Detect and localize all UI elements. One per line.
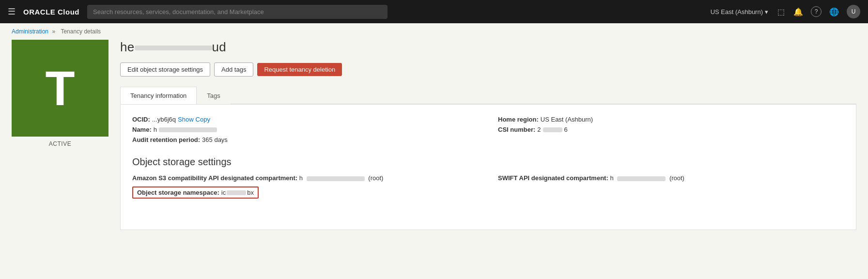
ocid-show-link[interactable]: Show — [178, 116, 194, 123]
s3-compartment-value-suffix: (root) — [368, 174, 383, 182]
hamburger-menu-icon[interactable]: ☰ — [8, 6, 16, 17]
object-storage-section: Object storage settings Amazon S3 compat… — [132, 156, 844, 199]
home-region-label: Home region: — [498, 116, 539, 123]
name-blurred — [159, 127, 217, 132]
csi-label: CSI number: — [498, 126, 535, 133]
swift-compartment-blurred — [617, 176, 666, 181]
storage-settings-grid: Amazon S3 compatibility API designated c… — [132, 174, 844, 199]
tab-tenancy-information[interactable]: Tenancy information — [120, 87, 197, 104]
s3-compartment-value-prefix: h — [299, 174, 303, 182]
tenancy-logo-letter: T — [45, 61, 75, 116]
namespace-row: Object storage namespace: ic bx — [132, 186, 479, 199]
help-icon[interactable]: ? — [811, 6, 822, 17]
tenancy-logo-box: T — [12, 40, 108, 137]
search-input[interactable] — [87, 5, 388, 19]
info-right-column: Home region: US East (Ashburn) CSI numbe… — [498, 114, 844, 145]
swift-compartment-label: SWIFT API designated compartment: — [498, 174, 608, 182]
audit-value: 365 days — [202, 136, 228, 143]
info-left-column: OCID: ...yb6j6q Show Copy Name: h Audit … — [132, 114, 479, 145]
swift-compartment-value-suffix: (root) — [669, 174, 684, 182]
namespace-highlighted-box: Object storage namespace: ic bx — [132, 186, 259, 199]
s3-compartment-blurred — [307, 176, 365, 181]
tenancy-name-blurred — [135, 46, 212, 50]
breadcrumb-current: Tenancy details — [61, 28, 101, 35]
region-label: US East (Ashburn) — [711, 8, 763, 16]
namespace-value-prefix: ic — [221, 189, 226, 196]
csi-row: CSI number: 2 6 — [498, 124, 844, 135]
globe-icon[interactable]: 🌐 — [829, 7, 839, 16]
breadcrumb-separator: » — [52, 28, 55, 35]
ocid-value: ...yb6j6q — [152, 116, 176, 123]
tenancy-name-suffix: ud — [212, 40, 227, 54]
add-tags-button[interactable]: Add tags — [214, 62, 253, 77]
breadcrumb: Administration » Tenancy details — [0, 23, 868, 40]
tabs-container: Tenancy information Tags — [120, 86, 856, 104]
audit-row: Audit retention period: 365 days — [132, 135, 479, 145]
audit-label: Audit retention period: — [132, 136, 200, 143]
namespace-label: Object storage namespace: — [137, 189, 219, 196]
oracle-logo: ORACLE Cloud — [23, 8, 79, 16]
namespace-value-suffix: bx — [247, 189, 254, 196]
tenancy-name: heud — [120, 40, 856, 55]
csi-value-suffix: 6 — [564, 126, 568, 133]
name-value: h — [154, 126, 157, 133]
ocid-label: OCID: — [132, 116, 150, 123]
s3-compartment-row: Amazon S3 compatibility API designated c… — [132, 174, 479, 182]
region-selector[interactable]: US East (Ashburn) ▾ — [711, 8, 768, 16]
edit-storage-settings-button[interactable]: Edit object storage settings — [120, 62, 210, 77]
csi-blurred — [543, 127, 562, 132]
swift-compartment-row: SWIFT API designated compartment: h (roo… — [498, 174, 844, 182]
storage-left-column: Amazon S3 compatibility API designated c… — [132, 174, 479, 199]
action-buttons-group: Edit object storage settings Add tags Re… — [120, 62, 856, 77]
ocid-copy-link[interactable]: Copy — [196, 116, 210, 123]
csi-value-prefix: 2 — [537, 126, 541, 133]
swift-compartment-value-prefix: h — [610, 174, 613, 182]
tab-tags[interactable]: Tags — [197, 87, 230, 104]
top-navigation: ☰ ORACLE Cloud US East (Ashburn) ▾ ⬚ 🔔 ?… — [0, 0, 868, 23]
tenancy-status-badge: ACTIVE — [49, 140, 71, 147]
tenancy-logo-panel: T ACTIVE — [12, 40, 108, 230]
s3-compartment-label: Amazon S3 compatibility API designated c… — [132, 174, 297, 182]
storage-right-column: SWIFT API designated compartment: h (roo… — [498, 174, 844, 199]
oracle-cloud-text: Cloud — [55, 8, 79, 16]
ocid-row: OCID: ...yb6j6q Show Copy — [132, 114, 479, 124]
chevron-down-icon: ▾ — [765, 8, 768, 16]
user-avatar[interactable]: U — [847, 5, 860, 18]
bell-icon[interactable]: 🔔 — [793, 7, 803, 16]
request-tenancy-deletion-button[interactable]: Request tenancy deletion — [257, 63, 342, 76]
info-panel: OCID: ...yb6j6q Show Copy Name: h Audit … — [120, 104, 856, 230]
home-region-value: US East (Ashburn) — [541, 116, 593, 123]
main-content: T ACTIVE heud Edit object storage settin… — [0, 40, 868, 242]
tenancy-details-panel: heud Edit object storage settings Add ta… — [120, 40, 856, 230]
home-region-row: Home region: US East (Ashburn) — [498, 114, 844, 124]
tenancy-name-prefix: he — [120, 40, 135, 54]
nav-right-controls: US East (Ashburn) ▾ ⬚ 🔔 ? 🌐 U — [711, 5, 860, 18]
namespace-blurred — [227, 190, 246, 195]
oracle-logo-text: ORACLE — [23, 8, 55, 16]
name-label: Name: — [132, 126, 152, 133]
tenancy-info-grid: OCID: ...yb6j6q Show Copy Name: h Audit … — [132, 114, 844, 145]
name-row: Name: h — [132, 124, 479, 135]
breadcrumb-parent-link[interactable]: Administration — [12, 28, 48, 35]
object-storage-title: Object storage settings — [132, 156, 844, 168]
code-icon[interactable]: ⬚ — [776, 7, 786, 16]
